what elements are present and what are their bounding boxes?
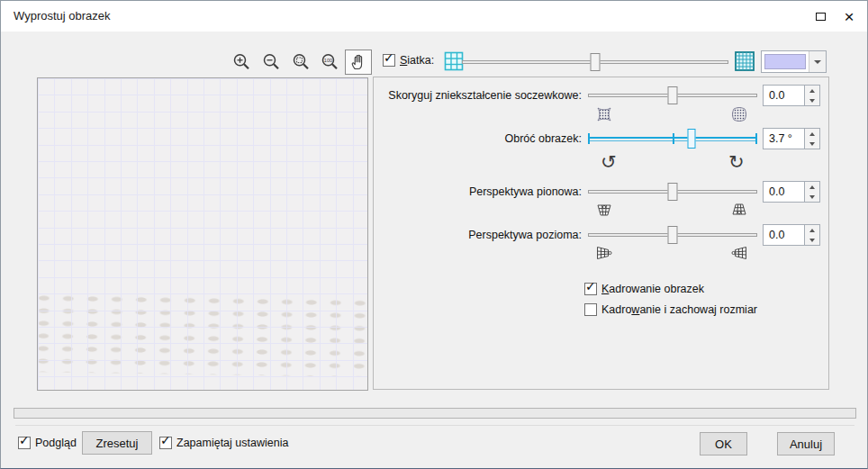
check-icon: ✓ [19,434,30,446]
grid-coarse-icon [444,51,464,71]
pincushion-distortion-icon [596,106,612,122]
crop-image-label: Kadrowanie obrazek [601,283,704,295]
lens-distortion-slider[interactable] [588,85,757,106]
rotate-value[interactable]: 3.7 ° [763,128,805,149]
vertical-perspective-spin-down[interactable] [805,192,819,202]
rotate-spinbox[interactable]: 3.7 ° [763,128,820,149]
lens-distortion-spin-down[interactable] [805,95,819,105]
crop-image-checkbox[interactable]: ✓ [584,283,597,295]
lens-distortion-spinbox[interactable]: 0.0 [763,85,820,106]
vertical-perspective-slider[interactable] [588,181,757,203]
rotate-cw-icon: ↻ [728,153,745,172]
grid-label: Siatka: [400,54,434,67]
chevron-down-icon [814,60,821,64]
perspective-left-wide-icon [595,245,613,261]
horizontal-perspective-spinbox[interactable]: 0.0 [763,224,820,246]
rotate-image-label: Obróć obrazek: [366,132,582,145]
preview-label: Podgląd [35,437,77,449]
remember-settings-label: Zapamiętaj ustawienia [176,437,288,449]
rotate-slider-center-tick [673,133,674,144]
status-strip [14,408,856,419]
footer-separator [15,425,854,426]
zoom-fit-button[interactable] [287,50,314,75]
dialog-title: Wyprostuj obrazek [14,9,111,23]
grid-color-dropdown-button[interactable] [809,51,826,72]
lens-distortion-label: Skoryguj zniekształcenie soczewkowe: [366,89,582,102]
zoom-in-icon [231,52,251,72]
zoom-out-button[interactable] [258,50,285,75]
close-icon: × [844,8,854,25]
reset-button[interactable]: Zresetuj [82,431,152,455]
horizontal-perspective-spin-up[interactable] [805,225,819,235]
restore-button[interactable] [809,6,831,26]
zoom-in-button[interactable] [228,50,255,75]
vertical-perspective-label: Perspektywa pionowa: [366,185,582,198]
grid-size-slider[interactable] [462,51,728,73]
grid-checkbox[interactable]: ✓ [383,54,395,67]
remember-settings-checkbox[interactable]: ✓ [159,437,172,449]
grid-color-picker[interactable] [761,50,827,73]
lens-distortion-value[interactable]: 0.0 [763,85,805,106]
lens-distortion-spin-up[interactable] [805,86,819,95]
pan-hand-icon [348,52,368,72]
pan-button[interactable] [345,50,372,75]
zoom-100-button[interactable]: 100 [316,50,343,75]
vertical-perspective-spinbox[interactable]: 0.0 [763,181,820,203]
perspective-right-wide-icon [730,245,748,261]
check-icon: ✓ [160,434,171,446]
zoom-100-icon: 100 [320,52,339,72]
zoom-out-icon [261,52,281,72]
grid-fine-icon [735,51,755,71]
ok-button[interactable]: OK [700,432,747,455]
crop-keep-size-label: Kadrowanie i zachowaj rozmiar [601,303,757,316]
close-button[interactable]: × [838,6,860,26]
rotate-ccw-icon: ↺ [601,153,617,172]
perspective-top-narrow-icon [730,202,748,218]
check-icon: ✓ [384,51,394,64]
horizontal-perspective-slider[interactable] [588,224,757,246]
horizontal-perspective-value[interactable]: 0.0 [763,224,805,246]
svg-text:100: 100 [324,58,332,63]
rotate-spin-up[interactable] [805,129,819,139]
image-preview-panel[interactable] [37,77,368,391]
perspective-top-wide-icon [595,202,613,218]
titlebar[interactable]: Wyprostuj obrazek × [1,1,867,32]
rotate-slider[interactable] [588,128,757,149]
grid-color-swatch [764,54,806,69]
rotate-spin-down[interactable] [805,139,819,149]
horizontal-perspective-slider-thumb[interactable] [668,226,678,244]
lens-distortion-slider-thumb[interactable] [668,86,678,104]
preview-checkbox[interactable]: ✓ [18,437,31,449]
restore-icon [816,13,826,21]
rotate-slider-thumb[interactable] [687,129,695,149]
vertical-perspective-spin-up[interactable] [805,182,819,192]
cancel-button[interactable]: Anuluj [777,432,835,455]
vertical-perspective-slider-thumb[interactable] [668,183,678,201]
horizontal-perspective-spin-down[interactable] [805,235,819,245]
barrel-distortion-icon [731,106,747,122]
straighten-image-dialog: Wyprostuj obrazek × [0,0,868,469]
grid-overlay [38,78,367,390]
check-icon: ✓ [585,280,596,293]
horizontal-perspective-label: Perspektywa pozioma: [366,229,582,241]
vertical-perspective-value[interactable]: 0.0 [763,181,805,203]
grid-size-slider-thumb[interactable] [591,53,601,71]
zoom-to-fit-icon [291,52,311,72]
crop-keep-size-checkbox[interactable] [584,303,597,316]
